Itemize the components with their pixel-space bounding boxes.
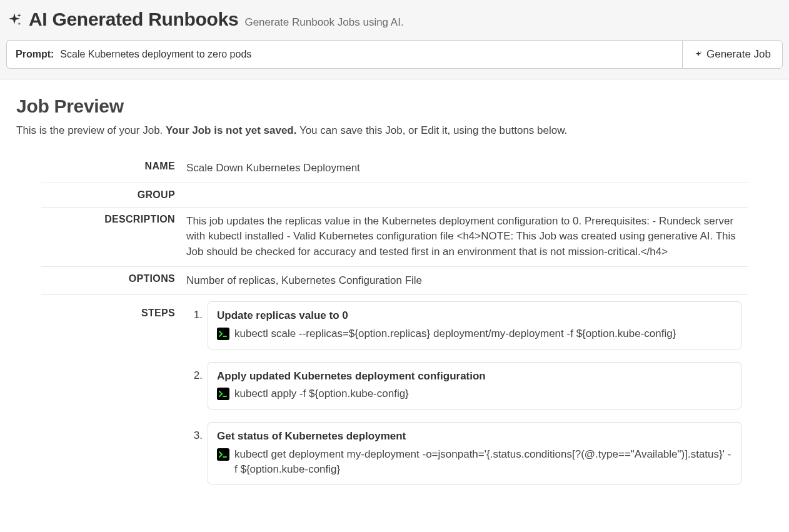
- job-preview-description: This is the preview of your Job. Your Jo…: [16, 124, 773, 137]
- value-name: Scale Down Kubernetes Deployment: [186, 161, 748, 176]
- step-command-row: kubectl scale --replicas=${option.replic…: [217, 326, 732, 341]
- label-options: OPTIONS: [41, 273, 186, 289]
- step-command: kubectl get deployment my-deployment -o=…: [234, 447, 732, 477]
- preview-desc-bold: Your Job is not yet saved.: [166, 124, 296, 136]
- generate-job-label: Generate Job: [706, 48, 771, 61]
- job-detail-table: NAME Scale Down Kubernetes Deployment GR…: [41, 154, 748, 503]
- step-item: 3. Get status of Kubernetes deployment k…: [186, 422, 741, 484]
- label-group: GROUP: [41, 189, 186, 201]
- prompt-input-wrap: Prompt:: [6, 40, 682, 69]
- step-command: kubectl scale --replicas=${option.replic…: [234, 326, 676, 341]
- row-description: DESCRIPTION This job updates the replica…: [41, 208, 748, 267]
- row-options: OPTIONS Number of replicas, Kubernetes C…: [41, 267, 748, 296]
- value-group: [186, 189, 748, 201]
- sparkle-icon: [6, 12, 23, 28]
- terminal-icon: [217, 328, 229, 340]
- row-name: NAME Scale Down Kubernetes Deployment: [41, 154, 748, 183]
- step-card: Get status of Kubernetes deployment kube…: [208, 422, 741, 484]
- sparkle-icon: [694, 50, 703, 59]
- steps-list: 1. Update replicas value to 0 kubectl sc…: [186, 301, 741, 484]
- step-title: Update replicas value to 0: [217, 308, 732, 324]
- step-item: 1. Update replicas value to 0 kubectl sc…: [186, 301, 741, 349]
- header-bar: AI Generated Runbooks Generate Runbook J…: [0, 0, 789, 79]
- step-title: Apply updated Kubernetes deployment conf…: [217, 369, 732, 384]
- label-steps: STEPS: [41, 301, 186, 319]
- page-subtitle: Generate Runbook Jobs using AI.: [244, 16, 403, 29]
- generate-job-button[interactable]: Generate Job: [682, 40, 783, 69]
- prompt-row: Prompt: Generate Job: [6, 40, 783, 69]
- page-title: AI Generated Runbooks: [29, 9, 238, 30]
- row-group: GROUP: [41, 183, 748, 208]
- value-options: Number of replicas, Kubernetes Configura…: [186, 273, 748, 289]
- step-title: Get status of Kubernetes deployment: [217, 429, 732, 444]
- preview-desc-before: This is the preview of your Job.: [16, 124, 166, 136]
- prompt-label: Prompt:: [16, 49, 54, 60]
- terminal-icon: [217, 388, 229, 400]
- row-steps: STEPS 1. Update replicas value to 0 kube…: [41, 295, 748, 503]
- step-command: kubectl apply -f ${option.kube-config}: [234, 386, 409, 401]
- main-content: Job Preview This is the preview of your …: [0, 79, 789, 522]
- label-description: DESCRIPTION: [41, 214, 186, 260]
- value-steps: 1. Update replicas value to 0 kubectl sc…: [186, 301, 748, 497]
- step-card: Apply updated Kubernetes deployment conf…: [208, 362, 741, 409]
- value-description: This job updates the replicas value in t…: [186, 214, 748, 260]
- label-name: NAME: [41, 161, 186, 176]
- step-number: 2.: [186, 362, 203, 384]
- step-number: 3.: [186, 422, 203, 444]
- title-row: AI Generated Runbooks Generate Runbook J…: [6, 9, 783, 30]
- prompt-input[interactable]: [60, 47, 673, 62]
- preview-desc-after: You can save this Job, or Edit it, using…: [299, 124, 567, 136]
- step-command-row: kubectl get deployment my-deployment -o=…: [217, 447, 732, 477]
- step-number: 1.: [186, 301, 203, 323]
- terminal-icon: [217, 448, 229, 461]
- step-item: 2. Apply updated Kubernetes deployment c…: [186, 362, 741, 409]
- step-command-row: kubectl apply -f ${option.kube-config}: [217, 386, 732, 401]
- job-preview-title: Job Preview: [16, 96, 773, 117]
- step-card: Update replicas value to 0 kubectl scale…: [208, 301, 741, 349]
